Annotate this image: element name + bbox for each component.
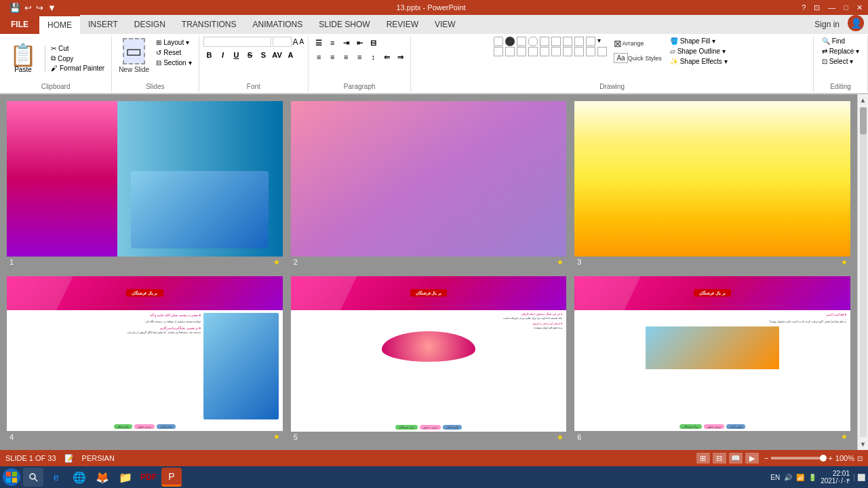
- scrollbar-thumb[interactable]: [860, 107, 867, 134]
- slide-item-1[interactable]: 1 ★: [7, 101, 283, 268]
- taskbar-files-btn[interactable]: 📁: [115, 468, 136, 487]
- fit-btn[interactable]: ⊡: [857, 455, 863, 462]
- more-shapes-btn[interactable]: ▾: [597, 37, 608, 46]
- notes-btn[interactable]: 📝: [64, 454, 74, 463]
- reset-button[interactable]: ↺ Reset: [153, 48, 194, 57]
- slide-item-3[interactable]: 3 ★: [574, 101, 850, 268]
- shadow-button[interactable]: S: [258, 49, 270, 61]
- shape-outline-btn[interactable]: ▱ Shape Outline ▾: [667, 47, 730, 56]
- cut-button[interactable]: ✂ Cut: [48, 44, 107, 53]
- network-icon[interactable]: 📶: [796, 474, 804, 481]
- italic-button[interactable]: I: [217, 49, 229, 61]
- taskbar-firefox-btn[interactable]: 🦊: [92, 468, 113, 487]
- right-scrollbar[interactable]: ▲ ▼: [857, 94, 868, 450]
- quick-styles-button[interactable]: Aa Quick Styles: [611, 52, 664, 64]
- show-desktop-btn[interactable]: ⬜: [854, 474, 865, 481]
- zoom-out-btn[interactable]: −: [764, 454, 768, 462]
- format-painter-button[interactable]: 🖌 Format Painter: [48, 64, 107, 73]
- tab-home[interactable]: HOME: [39, 15, 80, 34]
- indent-right-btn[interactable]: ⇥: [340, 37, 352, 49]
- customize-quick-btn[interactable]: ▼: [47, 3, 56, 13]
- shape7[interactable]: [563, 37, 572, 46]
- user-avatar[interactable]: 👤: [848, 15, 864, 31]
- numbering-btn[interactable]: ≡: [326, 37, 338, 49]
- shape14[interactable]: [540, 47, 549, 56]
- tab-design[interactable]: DESIGN: [126, 15, 174, 34]
- tab-transitions[interactable]: TRANSITIONS: [174, 15, 245, 34]
- find-button[interactable]: 🔍 Find: [819, 37, 863, 45]
- shape12[interactable]: [517, 47, 526, 56]
- shape15[interactable]: [551, 47, 561, 56]
- shape16[interactable]: [563, 47, 572, 56]
- decrease-font-btn[interactable]: A: [300, 38, 304, 45]
- ltr-btn[interactable]: ⇒: [394, 51, 406, 63]
- restore-down-btn[interactable]: ⊡: [814, 3, 820, 12]
- slide-item-6[interactable]: بر یال فرشتگان ♦ فعالیت کتبی به نظر شما …: [574, 276, 850, 443]
- taskbar-chrome-btn[interactable]: 🌐: [69, 468, 90, 487]
- tab-animations[interactable]: ANIMATIONS: [244, 15, 311, 34]
- save-quick-btn[interactable]: 💾: [9, 3, 20, 13]
- scroll-up-arrow[interactable]: ▲: [858, 94, 868, 106]
- new-slide-button[interactable]: ▭ New Slide: [116, 37, 152, 75]
- scrollbar-track[interactable]: [860, 107, 867, 437]
- zoom-slider[interactable]: [771, 457, 825, 459]
- undo-quick-btn[interactable]: ↩: [24, 3, 32, 13]
- font-color-btn[interactable]: A: [285, 49, 297, 61]
- taskbar-ie-btn[interactable]: e: [46, 468, 66, 487]
- shape9[interactable]: [586, 37, 595, 46]
- section-button[interactable]: ⊟ Section ▾: [153, 58, 194, 67]
- taskbar-search-btn[interactable]: [23, 468, 43, 487]
- shape13[interactable]: [528, 47, 538, 56]
- normal-view-btn[interactable]: ⊞: [696, 453, 710, 464]
- font-size-input[interactable]: [273, 37, 292, 47]
- help-btn[interactable]: ?: [802, 3, 806, 12]
- zoom-thumb[interactable]: [820, 455, 827, 462]
- arrange-button[interactable]: ⊠ Arrange: [611, 37, 664, 50]
- shape8[interactable]: [574, 37, 584, 46]
- bold-button[interactable]: B: [203, 49, 216, 61]
- battery-icon[interactable]: 🔋: [808, 474, 816, 481]
- volume-icon[interactable]: 🔊: [784, 474, 792, 481]
- shape-effects-btn[interactable]: ✨ Shape Effects ▾: [667, 57, 730, 66]
- tab-file[interactable]: FILE: [0, 15, 39, 34]
- align-right-btn[interactable]: ≡: [340, 51, 352, 63]
- circle-shape[interactable]: [505, 37, 515, 46]
- align-center-btn[interactable]: ≡: [326, 51, 338, 63]
- redo-quick-btn[interactable]: ↪: [36, 3, 43, 13]
- slide-sorter-btn[interactable]: ⊟: [713, 453, 726, 464]
- underline-button[interactable]: U: [231, 49, 243, 61]
- bullets-btn[interactable]: ☰: [313, 37, 325, 49]
- line-shape[interactable]: [517, 37, 526, 46]
- paste-button[interactable]: 📋 Paste: [4, 43, 42, 75]
- rect-shape[interactable]: [494, 37, 503, 46]
- copy-button[interactable]: ⧉ Copy: [48, 54, 107, 63]
- tab-slideshow[interactable]: SLIDE SHOW: [311, 15, 378, 34]
- close-btn[interactable]: ✕: [856, 3, 863, 12]
- slide-item-2[interactable]: 2 ★: [291, 101, 567, 268]
- tab-review[interactable]: REVIEW: [378, 15, 427, 34]
- tab-insert[interactable]: INSERT: [80, 15, 126, 34]
- font-name-input[interactable]: [203, 37, 271, 47]
- align-left-btn[interactable]: ≡: [313, 51, 325, 63]
- taskbar-pdf-btn[interactable]: PDF: [138, 468, 159, 487]
- scroll-down-arrow[interactable]: ▼: [858, 438, 868, 450]
- reading-view-btn[interactable]: 📖: [729, 453, 743, 464]
- taskbar-powerpoint-btn[interactable]: P: [161, 468, 182, 487]
- shape5[interactable]: [540, 37, 549, 46]
- increase-font-btn[interactable]: A: [293, 37, 298, 47]
- slideshow-btn[interactable]: ▶: [745, 453, 759, 464]
- select-button[interactable]: ⊡ Select ▾: [819, 57, 863, 66]
- rounded-rect-shape[interactable]: [528, 37, 538, 46]
- replace-button[interactable]: ⇄ Replace ▾: [819, 47, 863, 56]
- slide-panel[interactable]: 1 ★ 2 ★: [0, 94, 857, 450]
- shape19[interactable]: [597, 47, 607, 56]
- rtl-btn[interactable]: ⇐: [380, 51, 393, 63]
- layout-button[interactable]: ⊞ Layout ▾: [153, 38, 194, 47]
- shape18[interactable]: [586, 47, 595, 56]
- shape10[interactable]: [494, 47, 503, 56]
- start-button[interactable]: [3, 468, 20, 486]
- minimize-btn[interactable]: —: [828, 3, 835, 12]
- shape11[interactable]: [505, 47, 515, 56]
- slide-item-5[interactable]: بر یال فرشتگان ♦ این فرد همگی مشغول انجا…: [291, 276, 567, 443]
- justify-btn[interactable]: ≡: [353, 51, 366, 63]
